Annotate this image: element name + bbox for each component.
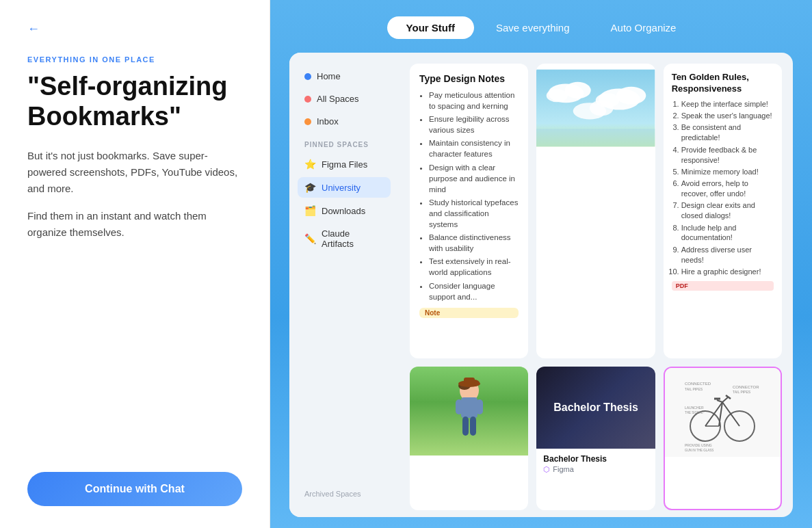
rule-2: Speak the user's language!: [681, 111, 774, 121]
rule-3: Be consistent and predictable!: [681, 122, 774, 143]
all-spaces-dot-icon: [304, 96, 311, 103]
rules-list: Keep the interface simple! Speak the use…: [672, 99, 774, 277]
tab-your-stuff[interactable]: Your Stuff: [387, 16, 474, 39]
thesis-info: Bachelor Thesis ⬡ Figma: [536, 449, 655, 479]
rule-10: Hire a graphic designer!: [681, 267, 774, 277]
sidebar-item-inbox-label: Inbox: [317, 116, 339, 127]
tab-bar: Your Stuff Save everything Auto Organize: [289, 16, 793, 39]
card-sketch-pink[interactable]: CONNECTED TAIL PIPES CONNECTOR TAIL PIPE…: [664, 367, 782, 510]
home-dot-icon: [304, 73, 311, 80]
notes-item-1: Pay meticulous attention to spacing and …: [429, 90, 519, 111]
back-button[interactable]: ←: [27, 22, 40, 36]
card-bachelor-thesis[interactable]: Bachelor Thesis Bachelor Thesis ⬡ Figma: [536, 367, 655, 510]
notes-item-7: Test extensively in real-world applicati…: [429, 256, 519, 278]
anime-girl-green-illustration: [410, 367, 528, 456]
svg-text:LAUNCHER: LAUNCHER: [685, 406, 704, 410]
back-arrow-icon: ←: [27, 22, 40, 36]
card-sky-image[interactable]: [536, 64, 655, 358]
sidebar-item-home-label: Home: [317, 71, 341, 81]
notes-item-4: Design with a clear purpose and audience…: [429, 162, 519, 195]
sidebar-item-all-spaces-label: All Spaces: [317, 94, 358, 104]
svg-rect-17: [470, 417, 476, 436]
claude-artifacts-icon: ✏️: [304, 233, 316, 244]
sidebar-item-figma-files-label: Figma Files: [322, 159, 367, 170]
svg-rect-9: [536, 129, 655, 146]
notes-item-3: Maintain consistency in character featur…: [429, 137, 519, 159]
figma-files-icon: ⭐: [304, 159, 316, 170]
notes-item-5: Study historical typefaces and classific…: [429, 197, 519, 230]
sky-illustration: [536, 64, 655, 153]
notes-item-2: Ensure legibility across various sizes: [429, 114, 519, 135]
downloads-icon: 🗂️: [304, 205, 316, 216]
card-type-design-notes[interactable]: Type Design Notes Pay meticulous attenti…: [410, 64, 528, 358]
sidebar-item-home[interactable]: Home: [298, 66, 391, 86]
sidebar-item-inbox[interactable]: Inbox: [298, 111, 391, 131]
figma-icon: ⬡: [543, 465, 550, 474]
card-ten-golden-rules[interactable]: Ten Golden Rules, Responsiveness Keep th…: [664, 64, 782, 358]
rule-9: Address diverse user needs!: [681, 245, 774, 265]
svg-text:CONNECTOR: CONNECTOR: [733, 385, 759, 389]
sidebar-item-all-spaces[interactable]: All Spaces: [298, 89, 391, 109]
notes-card-title: Type Design Notes: [419, 73, 519, 84]
svg-text:TAIL PIPES: TAIL PIPES: [733, 390, 751, 394]
svg-text:TAIL PIPES: TAIL PIPES: [685, 387, 703, 391]
svg-rect-14: [456, 399, 462, 414]
thesis-overlay-text: Bachelor Thesis: [553, 401, 638, 414]
right-panel: Your Stuff Save everything Auto Organize…: [270, 0, 812, 528]
sketch-illustration: CONNECTED TAIL PIPES CONNECTOR TAIL PIPE…: [665, 368, 781, 457]
thesis-title-text: Bachelor Thesis: [543, 454, 648, 464]
svg-point-5: [616, 87, 646, 105]
cards-grid: Type Design Notes Pay meticulous attenti…: [399, 53, 793, 517]
notes-item-8: Consider language support and...: [429, 280, 519, 302]
notes-list: Pay meticulous attention to spacing and …: [419, 90, 519, 302]
svg-point-8: [590, 101, 614, 116]
sidebar-item-claude-artifacts[interactable]: ✏️ Claude Artifacts: [298, 224, 391, 254]
sidebar-item-downloads[interactable]: 🗂️ Downloads: [298, 200, 391, 221]
svg-point-3: [547, 89, 568, 102]
sidebar: Home All Spaces Inbox Pinned Spaces ⭐ Fi…: [289, 53, 399, 517]
rule-1: Keep the interface simple!: [681, 99, 774, 109]
notes-item-6: Balance distinctiveness with usability: [429, 232, 519, 254]
university-icon: 🎓: [304, 182, 316, 193]
sidebar-item-university-label: University: [322, 183, 361, 193]
sidebar-item-claude-artifacts-label: Claude Artifacts: [322, 228, 384, 249]
svg-point-2: [565, 82, 591, 98]
svg-text:THE SIGNAL: THE SIGNAL: [685, 411, 703, 414]
svg-rect-15: [476, 399, 483, 414]
svg-text:GUN IN THE GLASS: GUN IN THE GLASS: [685, 449, 713, 452]
tab-auto-organize[interactable]: Auto Organize: [592, 16, 696, 39]
content-area: Home All Spaces Inbox Pinned Spaces ⭐ Fi…: [289, 53, 793, 517]
headline-text: "Self-organizing Bookmarks": [27, 72, 242, 131]
svg-rect-19: [464, 378, 475, 384]
sidebar-item-university[interactable]: 🎓 University: [298, 177, 391, 198]
rule-7: Design clear exits and closed dialogs!: [681, 200, 774, 221]
sidebar-item-downloads-label: Downloads: [322, 206, 365, 216]
desc-2: Find them in an instant and watch them o…: [27, 208, 242, 241]
svg-line-26: [722, 397, 728, 402]
pinned-spaces-label: Pinned Spaces: [298, 134, 391, 151]
svg-text:CONNECTED: CONNECTED: [685, 382, 711, 386]
rules-card-title: Ten Golden Rules, Responsiveness: [672, 72, 774, 95]
thesis-background: Bachelor Thesis: [536, 367, 655, 449]
rule-5: Minimize memory load!: [681, 167, 774, 177]
inbox-dot-icon: [304, 118, 311, 125]
rule-8: Include help and documentation!: [681, 223, 774, 243]
archived-spaces-label[interactable]: Archived Spaces: [298, 484, 391, 503]
sidebar-item-figma-files[interactable]: ⭐ Figma Files: [298, 154, 391, 174]
cta-button[interactable]: Continue with Chat: [27, 472, 242, 506]
eyebrow-text: EVERYTHING IN ONE PLACE: [27, 55, 242, 64]
pdf-badge: PDF: [672, 281, 774, 291]
thesis-source: ⬡ Figma: [543, 465, 648, 474]
rule-4: Provide feedback & be responsive!: [681, 145, 774, 166]
svg-line-28: [717, 400, 722, 402]
note-badge: Note: [419, 308, 519, 318]
tab-save-everything[interactable]: Save everything: [477, 16, 589, 39]
left-panel: ← EVERYTHING IN ONE PLACE "Self-organizi…: [0, 0, 270, 528]
svg-rect-16: [462, 417, 469, 436]
svg-text:PROVIDE USING: PROVIDE USING: [685, 443, 712, 447]
svg-rect-13: [461, 397, 477, 418]
desc-1: But it's not just bookmarks. Save super-…: [27, 148, 242, 197]
card-anime-girl-green[interactable]: [410, 367, 528, 510]
rule-6: Avoid errors, help to recover, offer und…: [681, 179, 774, 199]
